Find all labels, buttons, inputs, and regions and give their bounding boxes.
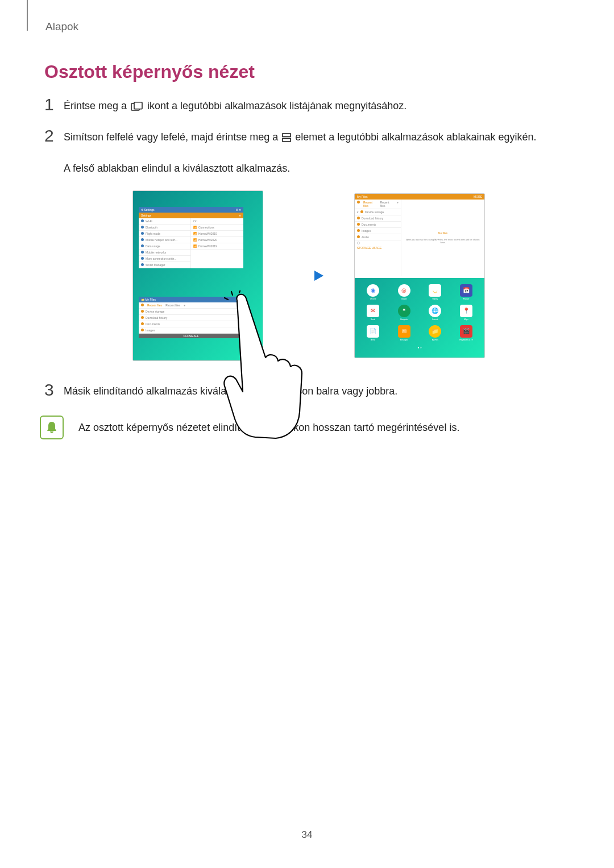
close-all-button: CLOSE ALL [139,334,243,338]
arrow-right-icon [292,267,326,284]
app-subheader: Settings ✕ [139,213,243,218]
list-item: Images [355,228,401,234]
list-item: Bluetooth [139,225,190,231]
list-item: Data usage [139,243,190,250]
list-item: 📶HomeWifi2020 [191,237,243,243]
app-header: My Files MORE [355,194,484,200]
split-view-icon [282,131,291,147]
tablet-right: My Files MORE Recent files Recent files … [354,193,485,358]
list-item: Audio [355,234,401,240]
list-item: More connection settin... [139,256,190,262]
svg-rect-1 [134,102,142,109]
app-card-settings: ⚙ Settings ⊟ ✕ Settings ✕ Wi-Fi Bluetoot… [139,207,243,268]
svg-rect-3 [283,138,291,142]
step-1: 1 Érintse meg a ikont a legutóbbi alkalm… [44,98,539,116]
close-icon: ✕ [239,214,241,217]
list-item: Documents [355,222,401,228]
note-text: Az osztott képernyős nézetet elindíthatj… [78,416,459,437]
app-icon-internet: 🌐Internet [427,305,443,321]
page-number: 34 [302,829,313,841]
note-text-before: Az osztott képernyős nézetet elindíthatj… [78,422,273,433]
list-item: Mobile hotspot and teth... [139,237,190,243]
app-card-myfiles: 📁 My Files ⊟ ✕ Recent files Recent files… [139,297,243,338]
app-icon-planner: 📅Planner [458,284,474,300]
step-2-subtext: A felső ablakban elindul a kiválasztott … [64,161,539,176]
step-number: 3 [44,381,64,398]
note-bell-icon [40,416,64,439]
list-item: Flight mode [139,231,190,237]
label: Settings [141,214,151,217]
app-icon-maps: 📍Maps [458,305,474,321]
page-indicator: ● ○ [365,346,474,349]
app-header-title: My Files [145,298,156,301]
list-item: Smart Manager [139,262,190,268]
list-item: Device storage [139,309,243,315]
note-callout: Az osztott képernyős nézetet elindíthatj… [40,416,539,439]
app-icon-chrome: ◉Chrome [365,284,381,300]
recent-apps-icon [131,100,143,116]
page-content: Osztott képernyős nézet 1 Érintse meg a … [44,61,539,439]
recent-apps-icon [275,422,287,437]
app-icon-hangouts: ❝Hangouts [396,305,412,321]
step-number: 1 [44,96,64,113]
split-close-icons: ⊟ ✕ [236,298,241,301]
split-close-icons: ⊟ ✕ [236,208,241,211]
svg-rect-5 [278,423,286,430]
tab-row: Recent files Recent files + [139,302,243,309]
note-text-after: ikon hosszan tartó megérintésével is. [291,422,459,433]
list-item: Download history [355,215,401,222]
step-1-text-after: ikont a legutóbbi alkalmazások listájána… [147,100,406,111]
step-2-text-before: Simítson felfelé vagy lefelé, majd érint… [64,131,281,143]
app-icon-myfiles: 📁My Files [427,325,443,341]
page-tab-marker [27,0,28,31]
app-icon-playmovies: 🎬Play Movies & TV [458,325,474,341]
app-icon-messages: ✉Messages [396,325,412,341]
empty-title: No files [438,231,448,235]
list-item: Documents [139,321,243,327]
step-text: Érintse meg a ikont a legutóbbi alkalmaz… [64,98,406,116]
app-icon-memo: 📄Memo [365,325,381,341]
app-icon-google: ◎Google [396,284,412,300]
step-2: 2 Simítson felfelé vagy lefelé, majd éri… [44,130,539,147]
list-item: Wi-Fi [139,218,190,225]
empty-state: No files After you access files using My… [401,200,484,276]
list-item [355,240,401,246]
step-number: 2 [44,127,64,144]
empty-subtitle: After you access files using My Files, t… [401,238,484,244]
list-item: Download history [139,315,243,321]
top-app-panel: My Files MORE Recent files Recent files … [355,194,484,278]
list-item: ▾Device storage [355,209,401,215]
app-icon-gmail: ✉Gmail [365,305,381,321]
svg-rect-2 [283,134,291,137]
app-grid: ◉Chrome ◎Google ◡Gallery 📅Planner ✉Gmail… [355,281,484,352]
step-2-text-after: elemet a legutóbbi alkalmazások ablakain… [295,131,536,143]
tablet-left: ⚙ Settings ⊟ ✕ Settings ✕ Wi-Fi Bluetoot… [132,190,263,361]
list-item: Images [139,327,243,334]
storage-label: STORAGE USAGE [355,246,401,250]
app-icon-gallery: ◡Gallery [427,284,443,300]
app-header: 📁 My Files ⊟ ✕ [139,297,243,302]
more-label: MORE [474,195,482,198]
list-item: On [191,218,243,225]
list-item: 📶HomeWifi2019 [191,231,243,237]
step-text: Simítson felfelé vagy lefelé, majd érint… [64,130,536,147]
step-text: Másik elindítandó alkalmazás kiválasztás… [64,384,397,400]
app-header-title: Settings [144,208,154,211]
chapter-label: Alapok [45,20,78,33]
app-header: ⚙ Settings ⊟ ✕ [139,207,243,213]
step-1-text-before: Érintse meg a [64,100,130,111]
section-title: Osztott képernyős nézet [44,61,539,82]
step-3: 3 Másik elindítandó alkalmazás kiválaszt… [44,384,539,400]
list-item: 📶Connections [191,225,243,231]
side-panel: Recent files Recent files + ▾Device stor… [355,200,401,276]
list-item: Mobile networks [139,250,190,256]
app-header-title: My Files [357,195,368,198]
illustration: ⚙ Settings ⊟ ✕ Settings ✕ Wi-Fi Bluetoot… [44,190,539,361]
list-item: 📶HomeWifi2019 [191,243,243,250]
